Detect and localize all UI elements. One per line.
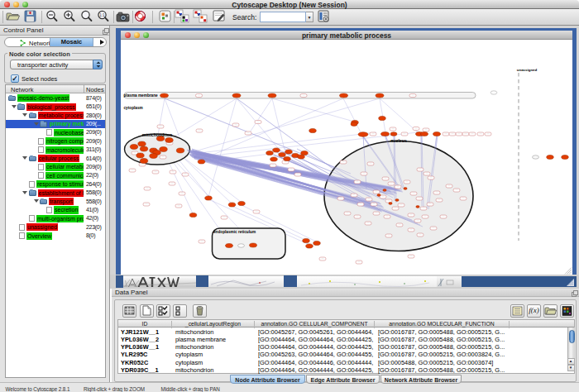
svg-text:···: ···: [272, 164, 275, 167]
svg-text:···: ···: [390, 182, 393, 185]
svg-text:···: ···: [395, 207, 397, 210]
svg-text:···: ···: [235, 123, 237, 127]
svg-text:···: ···: [367, 222, 370, 225]
svg-text:···: ···: [358, 261, 361, 264]
svg-text:···: ···: [415, 127, 418, 131]
svg-text:···: ···: [340, 197, 342, 200]
svg-text:···: ···: [404, 132, 406, 136]
svg-text:···: ···: [400, 203, 403, 207]
svg-text:···: ···: [342, 160, 345, 164]
svg-text:···: ···: [430, 176, 433, 179]
svg-text:endoplasmic reticulum: endoplasmic reticulum: [213, 230, 256, 234]
svg-text:···: ···: [480, 132, 482, 136]
svg-text:mitochondrion: mitochondrion: [142, 132, 172, 137]
svg-text:···: ···: [368, 198, 371, 201]
svg-text:···: ···: [178, 204, 180, 208]
svg-text:···: ···: [438, 198, 441, 202]
svg-text:···: ···: [155, 170, 157, 174]
svg-text:···: ···: [256, 210, 258, 213]
svg-text:···: ···: [406, 180, 409, 184]
svg-text:···: ···: [181, 192, 184, 195]
svg-text:···: ···: [419, 197, 421, 200]
svg-text:···: ···: [424, 215, 427, 218]
svg-text:···: ···: [146, 203, 148, 206]
svg-text:···: ···: [198, 94, 200, 98]
svg-text:···: ···: [132, 169, 134, 172]
svg-text:···: ···: [162, 155, 165, 159]
svg-text:···: ···: [160, 125, 162, 128]
svg-text:···: ···: [372, 132, 375, 136]
svg-text:···: ···: [370, 162, 372, 165]
svg-text:···: ···: [419, 168, 422, 171]
svg-text:···: ···: [448, 184, 451, 188]
svg-text:···: ···: [172, 170, 175, 174]
svg-text:···: ···: [419, 233, 422, 237]
svg-text:···: ···: [423, 207, 425, 210]
svg-text:···: ···: [146, 187, 149, 190]
svg-text:···: ···: [257, 121, 260, 124]
svg-text:···: ···: [353, 194, 356, 197]
svg-text:···: ···: [199, 129, 201, 132]
svg-text:···: ···: [141, 163, 144, 166]
svg-text:plasma membrane: plasma membrane: [124, 93, 159, 98]
svg-text:···: ···: [429, 203, 432, 206]
svg-text:···: ···: [385, 177, 387, 180]
svg-text:···: ···: [410, 228, 413, 232]
svg-text:···: ···: [363, 172, 366, 175]
svg-text:nucleus: nucleus: [390, 138, 407, 143]
svg-text:···: ···: [410, 255, 413, 258]
svg-text:···: ···: [399, 223, 401, 227]
svg-text:···: ···: [388, 234, 390, 237]
svg-text:···: ···: [373, 203, 376, 206]
svg-text:···: ···: [425, 128, 428, 131]
svg-text:···: ···: [376, 212, 378, 215]
svg-text:···: ···: [360, 203, 362, 206]
svg-text:···: ···: [413, 192, 415, 195]
svg-text:···: ···: [433, 227, 435, 230]
svg-text:···: ···: [443, 215, 445, 218]
svg-text:···: ···: [356, 215, 359, 218]
svg-text:···: ···: [412, 94, 414, 98]
svg-text:···: ···: [465, 132, 467, 136]
svg-text:···: ···: [247, 131, 250, 135]
svg-text:cytoplasm: cytoplasm: [124, 106, 143, 110]
svg-text:unassigned: unassigned: [517, 68, 538, 72]
svg-text:···: ···: [452, 132, 454, 136]
svg-text:···: ···: [171, 182, 174, 185]
svg-text:···: ···: [471, 132, 474, 136]
svg-text:···: ···: [303, 94, 305, 98]
svg-text:···: ···: [356, 180, 359, 184]
svg-text:···: ···: [382, 195, 385, 198]
svg-text:···: ···: [322, 257, 324, 261]
svg-text:···: ···: [376, 190, 378, 194]
svg-text:···: ···: [290, 168, 293, 171]
svg-text:1:1: 1:1: [99, 13, 105, 17]
svg-text:···: ···: [417, 219, 419, 222]
svg-text:···: ···: [487, 132, 490, 136]
svg-text:···: ···: [134, 151, 136, 155]
svg-text:···: ···: [458, 132, 461, 136]
svg-text:···: ···: [462, 197, 465, 200]
svg-text:···: ···: [201, 240, 203, 243]
svg-text:···: ···: [410, 213, 413, 217]
svg-text:···: ···: [347, 212, 349, 215]
svg-text:···: ···: [386, 215, 389, 218]
svg-text:···: ···: [436, 191, 438, 194]
svg-text:···: ···: [397, 185, 400, 189]
svg-text:···: ···: [223, 216, 226, 219]
svg-text:···: ···: [445, 132, 447, 136]
svg-text:···: ···: [426, 172, 428, 175]
svg-text:···: ···: [184, 173, 187, 176]
svg-text:···: ···: [392, 127, 395, 131]
svg-text:···: ···: [297, 173, 299, 176]
svg-text:···: ···: [456, 189, 458, 192]
